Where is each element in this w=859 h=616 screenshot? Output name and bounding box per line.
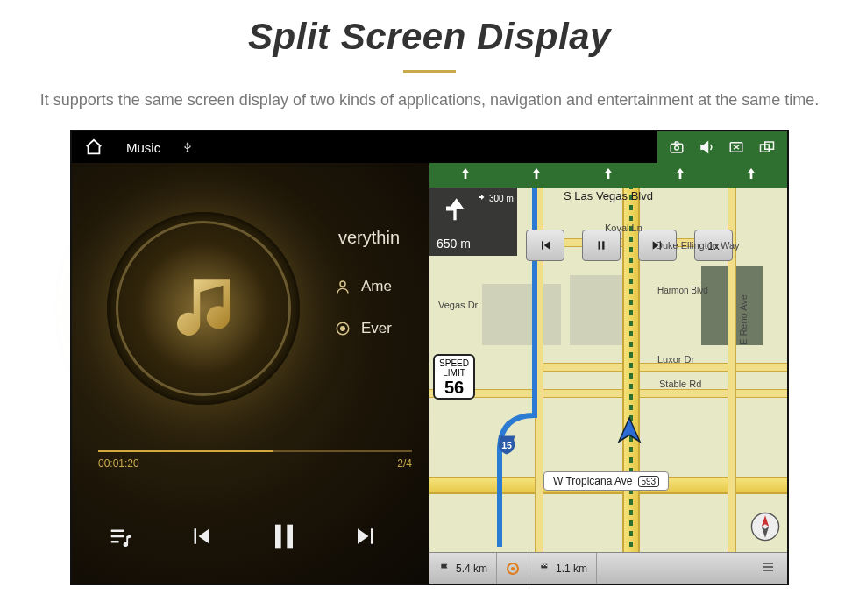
- lane-arrow-icon: [601, 166, 615, 185]
- close-screen-icon[interactable]: [728, 139, 745, 155]
- elapsed-time: 00:01:20: [98, 457, 139, 470]
- artist-name: Ame: [361, 278, 392, 295]
- svg-rect-12: [602, 241, 604, 249]
- screenshot-icon[interactable]: [668, 139, 685, 155]
- svg-text:15: 15: [501, 440, 512, 450]
- route-info[interactable]: [497, 553, 529, 584]
- album-icon: [335, 321, 351, 336]
- volume-icon[interactable]: [698, 139, 715, 155]
- street-label: W Tropicana Ave: [553, 475, 633, 487]
- svg-rect-23: [763, 566, 773, 567]
- svg-rect-22: [763, 563, 773, 563]
- page-description: It supports the same screen display of t…: [0, 89, 859, 130]
- svg-rect-11: [599, 241, 600, 249]
- turn-instruction: 300 m 650 m: [430, 188, 517, 256]
- street-label: Koval Ln: [605, 223, 642, 233]
- split-screen-icon[interactable]: [757, 139, 777, 155]
- music-note-icon: [164, 269, 243, 348]
- svg-rect-21: [546, 564, 548, 565]
- route-dist-1[interactable]: 5.4 km: [430, 553, 497, 584]
- turn-distance: 650 m: [437, 237, 471, 251]
- map-canvas[interactable]: S Las Vegas Blvd 300 m 650 m: [430, 188, 787, 552]
- svg-point-2: [675, 146, 679, 151]
- system-tray: [657, 131, 787, 163]
- device-frame: Music 20:07: [70, 130, 789, 585]
- route-badge: 593: [638, 476, 660, 487]
- turn-right-small-icon: [477, 193, 487, 203]
- page-title: Split Screen Display: [0, 16, 859, 58]
- speed-limit-value: 56: [435, 378, 473, 397]
- title-rule: [403, 70, 456, 73]
- street-label: Luxor Dr: [657, 354, 694, 365]
- svg-rect-20: [543, 564, 544, 565]
- route-shield-15: 15: [494, 433, 519, 457]
- sim-pause-button[interactable]: [582, 230, 621, 261]
- street-label: Duke Ellington Way: [656, 240, 740, 251]
- street-label: Stable Rd: [659, 379, 701, 389]
- home-icon[interactable]: [84, 138, 103, 157]
- artist-icon: [335, 279, 351, 294]
- svg-rect-18: [541, 563, 543, 564]
- track-meta: verythin Ame Ever: [335, 228, 400, 362]
- music-pane: verythin Ame Ever 00:01:20 2/4: [72, 131, 430, 584]
- street-label: Harmon Blvd: [657, 286, 708, 295]
- app-title: Music: [126, 140, 160, 155]
- album-name: Ever: [361, 320, 392, 337]
- checkered-flag-icon: [538, 563, 552, 575]
- vehicle-marker: [614, 415, 645, 450]
- lane-arrow-icon: [529, 166, 543, 185]
- flag-icon: [438, 563, 452, 575]
- nav-menu-button[interactable]: [749, 560, 787, 577]
- street-label: S Las Vegas Blvd: [564, 189, 653, 202]
- svg-rect-9: [275, 525, 281, 549]
- target-icon: [506, 562, 520, 576]
- usb-icon: [181, 139, 194, 155]
- street-label: Vegas Dr: [438, 300, 478, 310]
- lane-arrow-icon: [744, 166, 758, 185]
- svg-point-6: [340, 281, 345, 287]
- lane-arrow-icon: [673, 166, 687, 185]
- menu-icon: [759, 560, 777, 574]
- music-controls: [72, 519, 430, 557]
- next-button[interactable]: [351, 523, 381, 553]
- navigation-pane: S Las Vegas Blvd 300 m 650 m: [430, 131, 787, 584]
- svg-rect-24: [763, 570, 773, 570]
- speed-limit-sign: SPEED LIMIT 56: [433, 354, 475, 400]
- pause-button[interactable]: [266, 519, 302, 557]
- track-counter: 2/4: [397, 457, 412, 470]
- album-art[interactable]: [107, 212, 300, 405]
- progress-bar[interactable]: 00:01:20 2/4: [98, 450, 412, 470]
- street-label: E Reno Ave: [738, 294, 749, 345]
- route-dist-2[interactable]: 1.1 km: [529, 553, 597, 584]
- svg-point-16: [511, 567, 515, 570]
- svg-rect-1: [671, 144, 683, 152]
- prev-button[interactable]: [186, 523, 216, 553]
- lane-arrow-icon: [458, 166, 472, 185]
- street-pill: W Tropicana Ave 593: [543, 471, 669, 491]
- svg-rect-19: [544, 563, 546, 564]
- svg-rect-10: [287, 525, 293, 549]
- svg-point-8: [341, 327, 345, 331]
- song-title: verythin: [335, 228, 400, 248]
- next-turn-dist: 300 m: [489, 194, 514, 203]
- speed-limit-label: SPEED LIMIT: [435, 358, 473, 378]
- page-heading: Split Screen Display: [0, 0, 859, 73]
- nav-bottom-bar: 5.4 km 1.1 km: [430, 552, 787, 584]
- lane-guidance: [430, 163, 787, 188]
- sim-restart-button[interactable]: [526, 230, 564, 261]
- playlist-button[interactable]: [106, 523, 136, 553]
- compass-icon[interactable]: [750, 512, 780, 545]
